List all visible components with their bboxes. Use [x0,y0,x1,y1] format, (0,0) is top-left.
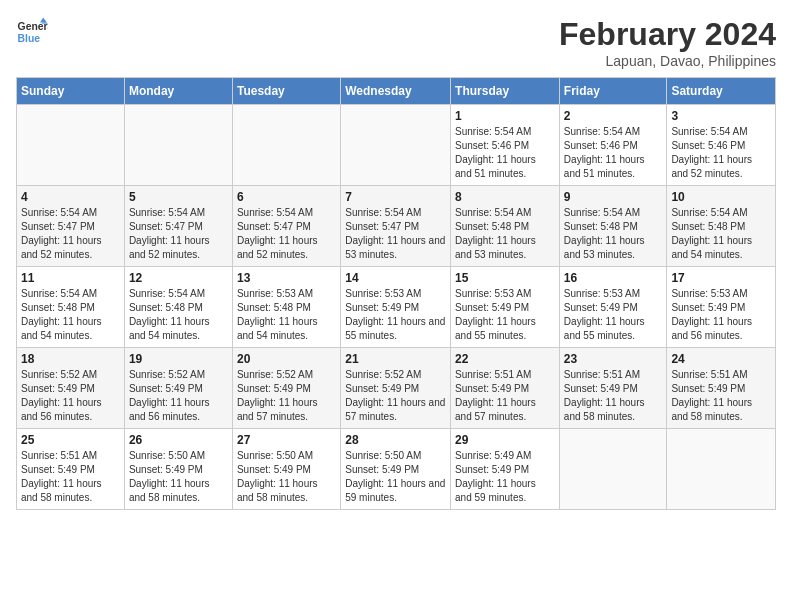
day-number: 21 [345,352,446,366]
col-saturday: Saturday [667,78,776,105]
day-number: 20 [237,352,336,366]
calendar-cell: 11Sunrise: 5:54 AM Sunset: 5:48 PM Dayli… [17,267,125,348]
day-number: 7 [345,190,446,204]
page-header: General Blue February 2024 Lapuan, Davao… [16,16,776,69]
day-number: 9 [564,190,663,204]
calendar-cell: 12Sunrise: 5:54 AM Sunset: 5:48 PM Dayli… [124,267,232,348]
day-detail: Sunrise: 5:54 AM Sunset: 5:47 PM Dayligh… [345,206,446,262]
day-number: 10 [671,190,771,204]
week-row-5: 25Sunrise: 5:51 AM Sunset: 5:49 PM Dayli… [17,429,776,510]
calendar-cell: 10Sunrise: 5:54 AM Sunset: 5:48 PM Dayli… [667,186,776,267]
day-number: 13 [237,271,336,285]
day-number: 16 [564,271,663,285]
day-number: 11 [21,271,120,285]
day-detail: Sunrise: 5:54 AM Sunset: 5:48 PM Dayligh… [671,206,771,262]
day-detail: Sunrise: 5:54 AM Sunset: 5:46 PM Dayligh… [671,125,771,181]
day-number: 25 [21,433,120,447]
day-detail: Sunrise: 5:53 AM Sunset: 5:49 PM Dayligh… [455,287,555,343]
week-row-2: 4Sunrise: 5:54 AM Sunset: 5:47 PM Daylig… [17,186,776,267]
day-number: 2 [564,109,663,123]
day-detail: Sunrise: 5:51 AM Sunset: 5:49 PM Dayligh… [455,368,555,424]
day-number: 17 [671,271,771,285]
day-number: 15 [455,271,555,285]
col-tuesday: Tuesday [232,78,340,105]
calendar-cell: 2Sunrise: 5:54 AM Sunset: 5:46 PM Daylig… [559,105,667,186]
calendar-cell: 21Sunrise: 5:52 AM Sunset: 5:49 PM Dayli… [341,348,451,429]
day-number: 1 [455,109,555,123]
svg-text:Blue: Blue [18,33,41,44]
day-detail: Sunrise: 5:52 AM Sunset: 5:49 PM Dayligh… [21,368,120,424]
day-number: 14 [345,271,446,285]
week-row-1: 1Sunrise: 5:54 AM Sunset: 5:46 PM Daylig… [17,105,776,186]
calendar-cell: 13Sunrise: 5:53 AM Sunset: 5:48 PM Dayli… [232,267,340,348]
calendar-cell: 26Sunrise: 5:50 AM Sunset: 5:49 PM Dayli… [124,429,232,510]
calendar-cell: 23Sunrise: 5:51 AM Sunset: 5:49 PM Dayli… [559,348,667,429]
day-detail: Sunrise: 5:49 AM Sunset: 5:49 PM Dayligh… [455,449,555,505]
calendar-table: Sunday Monday Tuesday Wednesday Thursday… [16,77,776,510]
logo-icon: General Blue [16,16,48,48]
col-friday: Friday [559,78,667,105]
col-thursday: Thursday [451,78,560,105]
day-detail: Sunrise: 5:53 AM Sunset: 5:49 PM Dayligh… [345,287,446,343]
calendar-cell: 4Sunrise: 5:54 AM Sunset: 5:47 PM Daylig… [17,186,125,267]
calendar-cell [667,429,776,510]
day-detail: Sunrise: 5:54 AM Sunset: 5:47 PM Dayligh… [237,206,336,262]
day-number: 6 [237,190,336,204]
day-detail: Sunrise: 5:53 AM Sunset: 5:49 PM Dayligh… [564,287,663,343]
week-row-4: 18Sunrise: 5:52 AM Sunset: 5:49 PM Dayli… [17,348,776,429]
day-detail: Sunrise: 5:52 AM Sunset: 5:49 PM Dayligh… [345,368,446,424]
day-detail: Sunrise: 5:51 AM Sunset: 5:49 PM Dayligh… [564,368,663,424]
calendar-cell: 7Sunrise: 5:54 AM Sunset: 5:47 PM Daylig… [341,186,451,267]
day-detail: Sunrise: 5:53 AM Sunset: 5:48 PM Dayligh… [237,287,336,343]
calendar-cell [341,105,451,186]
location-subtitle: Lapuan, Davao, Philippines [559,53,776,69]
day-detail: Sunrise: 5:52 AM Sunset: 5:49 PM Dayligh… [129,368,228,424]
day-detail: Sunrise: 5:51 AM Sunset: 5:49 PM Dayligh… [21,449,120,505]
calendar-cell: 9Sunrise: 5:54 AM Sunset: 5:48 PM Daylig… [559,186,667,267]
day-number: 23 [564,352,663,366]
day-detail: Sunrise: 5:50 AM Sunset: 5:49 PM Dayligh… [345,449,446,505]
day-detail: Sunrise: 5:54 AM Sunset: 5:46 PM Dayligh… [455,125,555,181]
calendar-cell: 27Sunrise: 5:50 AM Sunset: 5:49 PM Dayli… [232,429,340,510]
calendar-cell: 14Sunrise: 5:53 AM Sunset: 5:49 PM Dayli… [341,267,451,348]
calendar-cell: 24Sunrise: 5:51 AM Sunset: 5:49 PM Dayli… [667,348,776,429]
calendar-cell: 17Sunrise: 5:53 AM Sunset: 5:49 PM Dayli… [667,267,776,348]
calendar-cell: 25Sunrise: 5:51 AM Sunset: 5:49 PM Dayli… [17,429,125,510]
week-row-3: 11Sunrise: 5:54 AM Sunset: 5:48 PM Dayli… [17,267,776,348]
day-number: 5 [129,190,228,204]
day-number: 28 [345,433,446,447]
day-number: 24 [671,352,771,366]
calendar-cell: 1Sunrise: 5:54 AM Sunset: 5:46 PM Daylig… [451,105,560,186]
day-number: 29 [455,433,555,447]
calendar-cell: 18Sunrise: 5:52 AM Sunset: 5:49 PM Dayli… [17,348,125,429]
col-monday: Monday [124,78,232,105]
header-row: Sunday Monday Tuesday Wednesday Thursday… [17,78,776,105]
day-detail: Sunrise: 5:54 AM Sunset: 5:47 PM Dayligh… [129,206,228,262]
day-number: 12 [129,271,228,285]
day-number: 8 [455,190,555,204]
day-detail: Sunrise: 5:53 AM Sunset: 5:49 PM Dayligh… [671,287,771,343]
day-detail: Sunrise: 5:54 AM Sunset: 5:48 PM Dayligh… [21,287,120,343]
calendar-cell: 15Sunrise: 5:53 AM Sunset: 5:49 PM Dayli… [451,267,560,348]
calendar-cell: 20Sunrise: 5:52 AM Sunset: 5:49 PM Dayli… [232,348,340,429]
day-detail: Sunrise: 5:50 AM Sunset: 5:49 PM Dayligh… [237,449,336,505]
col-sunday: Sunday [17,78,125,105]
logo: General Blue [16,16,48,48]
day-detail: Sunrise: 5:54 AM Sunset: 5:48 PM Dayligh… [455,206,555,262]
day-number: 3 [671,109,771,123]
day-number: 26 [129,433,228,447]
day-detail: Sunrise: 5:50 AM Sunset: 5:49 PM Dayligh… [129,449,228,505]
calendar-cell: 8Sunrise: 5:54 AM Sunset: 5:48 PM Daylig… [451,186,560,267]
calendar-cell [124,105,232,186]
day-detail: Sunrise: 5:54 AM Sunset: 5:46 PM Dayligh… [564,125,663,181]
day-number: 19 [129,352,228,366]
day-number: 27 [237,433,336,447]
calendar-cell: 16Sunrise: 5:53 AM Sunset: 5:49 PM Dayli… [559,267,667,348]
day-number: 18 [21,352,120,366]
day-number: 22 [455,352,555,366]
day-detail: Sunrise: 5:54 AM Sunset: 5:48 PM Dayligh… [564,206,663,262]
calendar-cell: 6Sunrise: 5:54 AM Sunset: 5:47 PM Daylig… [232,186,340,267]
calendar-cell: 5Sunrise: 5:54 AM Sunset: 5:47 PM Daylig… [124,186,232,267]
calendar-cell [559,429,667,510]
calendar-cell: 22Sunrise: 5:51 AM Sunset: 5:49 PM Dayli… [451,348,560,429]
